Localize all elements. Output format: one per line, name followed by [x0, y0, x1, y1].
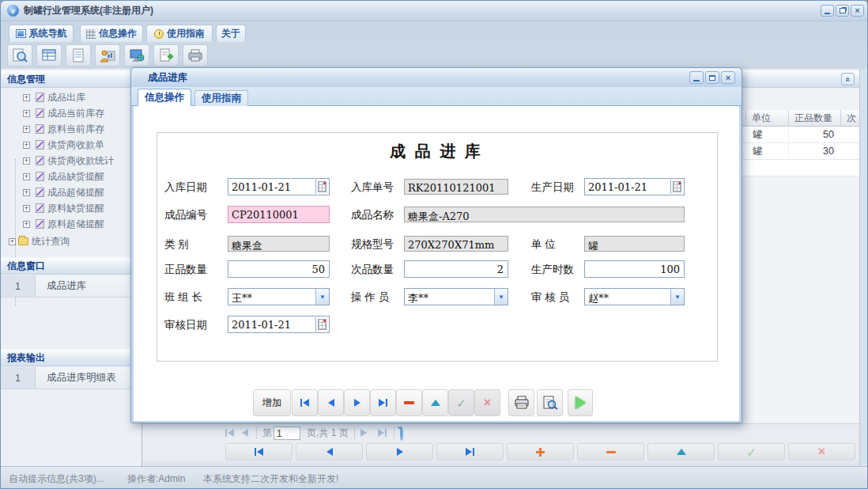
- page-first-button[interactable]: [225, 429, 234, 437]
- confirm-button[interactable]: ✓: [448, 389, 474, 416]
- next-record-button[interactable]: [344, 389, 370, 416]
- tree-item-material-shortage[interactable]: +原料缺货提醒: [1, 200, 142, 216]
- add-button[interactable]: 增加: [253, 389, 291, 416]
- page-next-button[interactable]: [360, 429, 367, 437]
- record-delete-button[interactable]: [577, 443, 644, 461]
- tree-item-stats-query[interactable]: +统计查询: [1, 233, 142, 249]
- expand-icon[interactable]: +: [23, 126, 30, 133]
- calendar-icon[interactable]: [670, 180, 683, 194]
- info-window-header[interactable]: 信息窗口: [1, 257, 142, 275]
- collapse-button[interactable]: «: [841, 73, 855, 85]
- calendar-icon[interactable]: [315, 317, 328, 332]
- nav-last-button[interactable]: [436, 443, 504, 461]
- prev-record-button[interactable]: [318, 389, 344, 416]
- tree-item-material-stock[interactable]: +原料当前库存: [1, 121, 142, 137]
- page-prev-button[interactable]: [242, 429, 248, 437]
- edit-record-button[interactable]: [422, 389, 448, 416]
- chevron-down-icon[interactable]: ▼: [670, 289, 684, 305]
- expand-icon[interactable]: +: [23, 157, 30, 165]
- cell-unit: 罐: [746, 143, 789, 159]
- search-button[interactable]: [7, 44, 32, 66]
- tree-item-supplier-stats[interactable]: +供货商收款统计: [1, 153, 142, 169]
- dialog-close-button[interactable]: ×: [721, 71, 735, 84]
- expand-icon[interactable]: +: [9, 238, 16, 245]
- nav-next-button[interactable]: [366, 443, 433, 461]
- chevron-down-icon[interactable]: ▼: [315, 289, 329, 305]
- print-button[interactable]: [508, 389, 534, 416]
- tree-item-finished-overstock[interactable]: +成品超储提醒: [1, 184, 142, 200]
- close-button[interactable]: ×: [851, 5, 864, 17]
- field-label-auditor: 审 核 员: [531, 290, 569, 305]
- info-window-row[interactable]: 1 成品进库: [1, 275, 142, 298]
- last-record-button[interactable]: [370, 389, 396, 416]
- export-button[interactable]: [153, 44, 179, 66]
- report-output-header[interactable]: 报表输出: [1, 349, 142, 366]
- run-button[interactable]: [568, 389, 593, 416]
- tree-item-finished-outbound[interactable]: +成品出库: [1, 89, 142, 105]
- team-leader-select[interactable]: 王** ▼: [228, 288, 330, 305]
- first-record-button[interactable]: [292, 389, 318, 416]
- menu-tab-guide[interactable]: 使用指南: [146, 25, 213, 42]
- restore-button[interactable]: [836, 5, 849, 17]
- calendar-icon[interactable]: [315, 180, 328, 194]
- dialog-minimize-button[interactable]: [689, 71, 704, 84]
- tree-item-finished-stock[interactable]: +成品当前库存: [1, 105, 142, 121]
- good-qty-field[interactable]: 50: [228, 260, 330, 278]
- dialog-titlebar[interactable]: 成品进库 ×: [131, 68, 742, 87]
- menu-tab-about[interactable]: 关于: [216, 25, 246, 42]
- production-date-field[interactable]: 2011-01-21: [584, 178, 685, 195]
- tree-item-label: 供货商收款统计: [47, 154, 114, 168]
- menu-tab-system-nav[interactable]: 系统导航: [9, 25, 74, 42]
- page-input[interactable]: [274, 426, 300, 440]
- expand-icon[interactable]: +: [23, 173, 30, 180]
- grid-header-defect[interactable]: 次: [841, 110, 859, 127]
- audit-date-field[interactable]: 2011-01-21: [228, 316, 330, 333]
- tree-item-finished-shortage[interactable]: +成品缺货提醒: [1, 169, 142, 184]
- product-code-field[interactable]: CP20110001: [228, 206, 330, 223]
- page-last-button[interactable]: [378, 429, 387, 437]
- tree-item-supplier-receipt[interactable]: +供货商收款单: [1, 137, 142, 153]
- sidebar: 信息管理 +成品出库 +成品当前库存 +原料当前库存 +供货商收款单 +供货商收…: [1, 69, 142, 466]
- dialog-tab-info-ops[interactable]: 信息操作: [138, 89, 191, 106]
- expand-icon[interactable]: +: [23, 205, 30, 212]
- operator-select[interactable]: 李** ▼: [404, 288, 508, 305]
- info-mgmt-header[interactable]: 信息管理: [1, 70, 142, 88]
- delete-record-button[interactable]: [396, 389, 422, 416]
- expand-icon[interactable]: +: [23, 142, 30, 149]
- expand-icon[interactable]: +: [23, 110, 30, 117]
- report-output-row[interactable]: 1 成品进库明细表: [1, 367, 142, 389]
- menu-tab-label: 使用指南: [167, 27, 205, 40]
- menu-tab-info-ops[interactable]: 信息操作: [80, 25, 143, 42]
- defect-qty-field[interactable]: 2: [404, 260, 508, 278]
- chevron-down-icon[interactable]: ▼: [494, 289, 508, 305]
- grid-header-unit[interactable]: 单位: [746, 110, 789, 127]
- new-document-button[interactable]: [66, 44, 91, 66]
- auditor-select[interactable]: 赵** ▼: [584, 288, 685, 305]
- user-manage-button[interactable]: [95, 44, 120, 66]
- grid-header-good-qty[interactable]: 正品数量: [789, 110, 841, 127]
- nav-first-button[interactable]: [225, 443, 292, 461]
- table-view-button[interactable]: [36, 44, 62, 66]
- monitor-button[interactable]: [124, 44, 149, 66]
- inbound-date-field[interactable]: 2011-01-21: [228, 178, 330, 195]
- dialog-maximize-button[interactable]: [705, 71, 719, 84]
- dialog-tab-guide[interactable]: 使用指南: [194, 90, 248, 106]
- record-add-button[interactable]: [507, 443, 574, 461]
- print-preview-button[interactable]: [537, 389, 563, 416]
- record-confirm-button[interactable]: ✓: [718, 443, 785, 461]
- expand-icon[interactable]: +: [23, 189, 30, 196]
- field-label-unit: 单 位: [531, 237, 556, 252]
- cancel-button[interactable]: ×: [474, 389, 500, 416]
- prev-icon: [326, 448, 333, 456]
- prod-hours-field[interactable]: 100: [584, 260, 685, 278]
- expand-icon[interactable]: +: [23, 94, 30, 101]
- minimize-button[interactable]: [821, 5, 834, 17]
- refresh-icon[interactable]: [400, 426, 403, 441]
- expand-icon[interactable]: +: [23, 221, 30, 228]
- tree-item-material-overstock[interactable]: +原料超储提醒: [1, 216, 142, 232]
- record-edit-button[interactable]: [647, 443, 715, 461]
- vertical-scrollbar[interactable]: [859, 69, 868, 466]
- print-button[interactable]: [183, 44, 208, 66]
- nav-prev-button[interactable]: [296, 443, 363, 461]
- record-cancel-button[interactable]: ×: [788, 443, 855, 461]
